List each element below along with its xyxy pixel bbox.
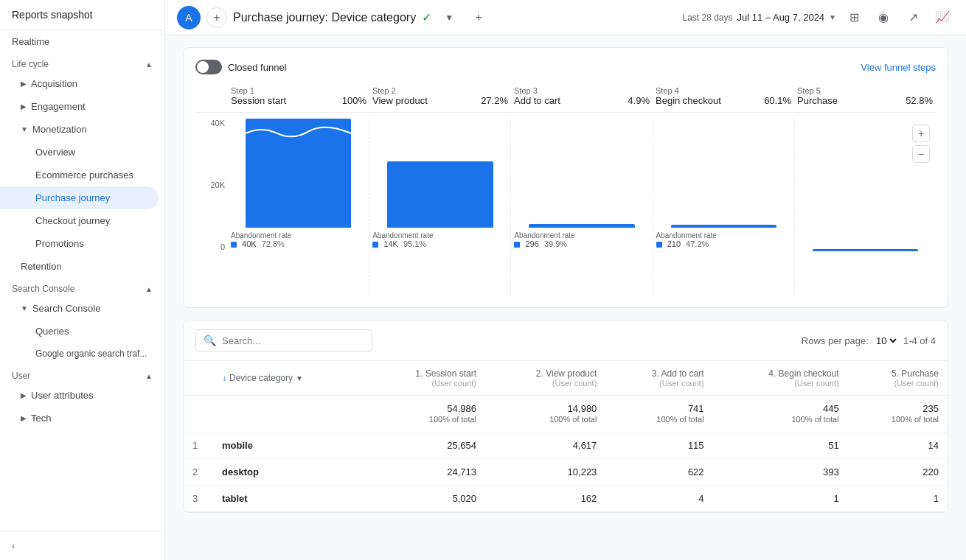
compare-icon-btn[interactable]: ⊞ — [842, 6, 866, 29]
row-3-cart: 4 — [605, 486, 712, 512]
bar-5 — [813, 249, 918, 251]
sidebar-item-monetization[interactable]: ▼ Monetization — [0, 118, 164, 141]
abandonment-2: Abandonment rate 14K 95.1% — [369, 228, 510, 251]
row-2-checkout: 393 — [713, 459, 848, 486]
col-device-category[interactable]: ↓ Device category ▼ — [213, 361, 364, 396]
y-label-40k: 40K — [210, 119, 225, 127]
search-icon: 🔍 — [204, 335, 216, 346]
add-button[interactable]: + — [206, 7, 227, 28]
sidebar-item-overview[interactable]: Overview — [0, 141, 164, 164]
step-4-name: Begin checkout60.1% — [656, 95, 791, 106]
sidebar-item-google-organic[interactable]: Google organic search traf... — [0, 343, 164, 365]
sidebar-item-ecommerce[interactable]: Ecommerce purchases — [0, 164, 164, 186]
row-3-view: 162 — [485, 486, 605, 512]
sidebar-item-engagement[interactable]: ▶ Engagement — [0, 95, 164, 118]
acquisition-label: Acquisition — [31, 78, 77, 89]
sidebar-item-search-console-group[interactable]: ▼ Search Console — [0, 297, 164, 320]
total-session: 54,986 100% of total — [364, 396, 485, 433]
rows-per-page-select[interactable]: 10 25 50 — [873, 335, 899, 347]
avatar[interactable]: A — [177, 6, 201, 29]
col-checkout-sub: (User count) — [794, 379, 839, 388]
zoom-in-button[interactable]: + — [912, 125, 930, 142]
abandon-count-1: 40K — [242, 239, 257, 248]
total-session-pct: 100% of total — [429, 415, 476, 424]
total-session-val: 54,986 — [373, 403, 476, 414]
sidebar-item-queries[interactable]: Queries — [0, 320, 164, 343]
topbar: A + Purchase journey: Device category ✓ … — [165, 0, 966, 35]
total-checkout-pct: 100% of total — [791, 415, 838, 424]
view-funnel-steps-link[interactable]: View funnel steps — [861, 62, 936, 73]
sidebar-item-checkout-journey[interactable]: Checkout journey — [0, 209, 164, 232]
totals-row: 54,986 100% of total 14,980 100% of tota… — [184, 396, 948, 433]
dot-4 — [656, 242, 662, 248]
total-rank — [184, 396, 213, 433]
user-attributes-label: User attributes — [31, 390, 94, 401]
col-view-inner: 2. View product (User count) — [494, 368, 597, 388]
check-icon: ✓ — [422, 10, 431, 24]
dropdown-button[interactable]: ▼ — [437, 6, 461, 29]
row-3-session: 5,020 — [364, 486, 485, 512]
col-cart-inner: 3. Add to cart (User count) — [614, 368, 703, 388]
bar-1 — [246, 119, 351, 228]
col-purchase: 5. Purchase (User count) — [848, 361, 948, 396]
chevron-right-icon2: ▶ — [21, 102, 27, 111]
abandonment-3: Abandonment rate 296 39.9% — [511, 228, 652, 251]
add-view-button[interactable]: + — [467, 6, 490, 29]
row-2-view: 10,223 — [485, 459, 605, 486]
date-value[interactable]: Jul 11 – Aug 7, 2024 — [737, 12, 825, 23]
col-checkout-inner: 4. Begin checkout (User count) — [722, 368, 839, 388]
sidebar-section-search-console[interactable]: Search Console ▲ — [0, 278, 164, 297]
page-title-text: Purchase journey: Device category — [233, 11, 416, 24]
sidebar: Reports snapshot Realtime Life cycle ▲ ▶… — [0, 0, 165, 560]
sidebar-item-acquisition[interactable]: ▶ Acquisition — [0, 72, 164, 95]
bar-col-4: Abandonment rate 210 47.2% — [653, 119, 795, 295]
zoom-out-button[interactable]: − — [912, 145, 930, 163]
rows-per-page-control: Rows per page: 10 25 50 1-4 of 4 — [802, 335, 936, 347]
step-3-name: Add to cart4.9% — [514, 95, 650, 106]
sidebar-section-lifecycle[interactable]: Life cycle ▲ — [0, 53, 164, 72]
insights-icon-btn[interactable]: ◉ — [872, 6, 895, 29]
chart-icon-btn[interactable]: 📈 — [931, 6, 954, 29]
sidebar-item-realtime[interactable]: Realtime — [0, 30, 164, 53]
col-purchase-sub: (User count) — [894, 379, 939, 388]
sidebar-item-tech[interactable]: ▶ Tech — [0, 407, 164, 430]
total-checkout: 445 100% of total — [713, 396, 848, 433]
bar-col-2: Abandonment rate 14K 95.1% — [369, 119, 511, 295]
closed-funnel-toggle[interactable] — [195, 60, 222, 74]
abandon-count-3: 296 — [525, 239, 538, 248]
sidebar-section-user[interactable]: User ▲ — [0, 365, 164, 384]
total-device — [213, 396, 364, 433]
row-3-purchase: 1 — [848, 486, 948, 512]
abandonment-1: Abandonment rate 40K 72.8% — [228, 228, 369, 251]
sidebar-item-purchase-journey[interactable]: Purchase journey — [0, 186, 159, 209]
sidebar-collapse-button[interactable]: ‹ — [0, 531, 164, 560]
chevron-right-icon: ▶ — [21, 80, 27, 88]
sidebar-item-user-attributes[interactable]: ▶ User attributes — [0, 384, 164, 407]
step-2-num: Step 2 — [372, 86, 508, 95]
col-device-filter-icon[interactable]: ▼ — [296, 374, 303, 382]
total-checkout-val: 445 — [722, 403, 839, 414]
sidebar-item-promotions[interactable]: Promotions — [0, 232, 164, 255]
share-icon-btn[interactable]: ↗ — [901, 6, 925, 29]
search-input[interactable] — [222, 335, 364, 346]
chevron-down-icon2: ▼ — [21, 304, 28, 312]
main-scroll-content: Closed funnel View funnel steps Step 1 S… — [165, 35, 966, 560]
search-console-label: Search Console — [32, 303, 101, 314]
step-4-num: Step 4 — [656, 86, 791, 95]
y-label-0: 0 — [220, 242, 225, 251]
sidebar-item-retention[interactable]: Retention — [0, 255, 164, 278]
zoom-controls: + − — [912, 125, 930, 163]
table-row: 3 tablet 5,020 162 4 1 1 — [184, 486, 948, 512]
rows-per-page-label: Rows per page: — [802, 335, 869, 346]
table-row: 1 mobile 25,654 4,617 115 51 14 — [184, 433, 948, 459]
col-view-product: 2. View product (User count) — [485, 361, 605, 396]
total-cart-val: 741 — [614, 403, 703, 414]
col-session-label: 1. Session start — [415, 368, 476, 379]
step-1-num: Step 1 — [231, 86, 366, 95]
data-table: ↓ Device category ▼ 1. Session start (Us… — [184, 361, 948, 512]
row-2-rank: 2 — [184, 459, 213, 486]
col-session-sub: (User count) — [432, 379, 477, 388]
table-row: 2 desktop 24,713 10,223 622 393 220 — [184, 459, 948, 486]
search-box[interactable]: 🔍 — [195, 329, 372, 351]
search-console-chevron: ▲ — [145, 285, 153, 293]
